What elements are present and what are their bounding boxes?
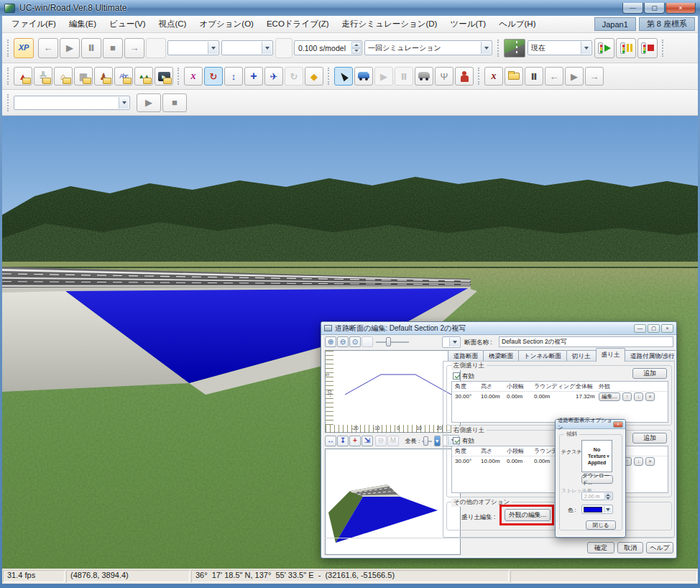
fly-over-button[interactable]: ✈ [264, 67, 283, 86]
menu-file[interactable]: ファイル(F) [5, 17, 63, 32]
vegetation-edit-button[interactable]: ▲▲ [134, 67, 153, 86]
close-options-button[interactable]: 閉じる [586, 520, 616, 530]
scenario-play-button[interactable]: ▶ [565, 67, 584, 86]
traffic-start-button[interactable] [594, 38, 614, 58]
maximize-button[interactable]: ▢ [644, 3, 665, 14]
zoom-fit-button[interactable]: ⊙ [349, 336, 361, 347]
delete-row-button[interactable]: × [645, 457, 655, 466]
rotate-view-button[interactable]: ↻ [204, 67, 223, 86]
minimize-button[interactable]: — [622, 3, 643, 14]
sim-pause-button[interactable]: Ⅱ [395, 67, 413, 86]
move-up-button[interactable]: ↑ [622, 392, 632, 401]
color-combo[interactable] [581, 505, 613, 514]
length-slider[interactable] [422, 436, 431, 446]
coordinates-button[interactable]: x [184, 67, 203, 86]
delete-row-button[interactable]: × [645, 392, 655, 401]
road-view-button[interactable] [504, 39, 525, 58]
left-enabled-checkbox[interactable] [453, 372, 460, 380]
tab-tunnel-section[interactable]: トンネル断面 [518, 350, 567, 362]
intersection-edit-button[interactable]: ╬ [34, 67, 52, 86]
texture-paint-button[interactable]: ◆ [305, 67, 323, 86]
pedestrian-button[interactable] [455, 67, 474, 86]
spinner-arrows-icon[interactable] [351, 42, 361, 54]
center-preview-button[interactable]: + [349, 436, 361, 446]
dialog-maximize-button[interactable]: ▢ [648, 324, 660, 333]
walk-route-button[interactable]: Ψ [435, 67, 453, 86]
character-edit-button[interactable]: ♟ [94, 67, 113, 86]
step-forward-button[interactable]: → [124, 38, 144, 58]
time-of-day-combo[interactable]: 現在 [528, 40, 592, 55]
fit-preview-button[interactable]: ⇲ [361, 436, 373, 446]
stop-button[interactable]: ■ [103, 38, 123, 58]
xp-mode-button[interactable]: XP [14, 38, 34, 58]
cancel-button[interactable]: 取消 [617, 542, 643, 553]
play-button[interactable]: ▶ [60, 38, 80, 58]
tab-bridge-section[interactable]: 橋梁断面 [483, 350, 519, 362]
slider-thumb[interactable] [386, 337, 391, 346]
dialog-minimize-button[interactable]: — [634, 324, 646, 333]
tab-fill[interactable]: 盛り土 [596, 348, 626, 362]
tab-cut[interactable]: 切り土 [566, 350, 597, 362]
close-button[interactable]: × [666, 3, 696, 14]
toolbar-combo-2[interactable] [221, 40, 273, 55]
open-scenario-button[interactable] [505, 67, 523, 86]
section-name-input[interactable] [499, 336, 673, 347]
dialog-close-button[interactable]: × [661, 324, 673, 333]
menu-ecodrive[interactable]: ECOドライブ(Z) [260, 17, 336, 32]
traffic-pause-button[interactable] [616, 38, 636, 58]
terrain-edit-button[interactable]: ▦ [74, 67, 93, 86]
confirm-button[interactable]: 確定 [587, 542, 614, 553]
replay-stop-button[interactable]: ■ [162, 93, 187, 112]
select-cursor-button[interactable] [334, 67, 353, 86]
drop-preview-button[interactable]: ↧ [337, 436, 349, 446]
tab-road-section[interactable]: 道路断面 [448, 350, 484, 362]
preview-zoom-slider[interactable] [376, 336, 409, 347]
traffic-generation-button[interactable] [415, 67, 433, 86]
menu-edit[interactable]: 編集(E) [63, 17, 103, 32]
replay-play-button[interactable]: ▶ [137, 93, 161, 112]
pause-button[interactable]: Ⅱ [81, 38, 101, 58]
zoom-in-button[interactable]: ⊕ [325, 336, 336, 347]
tab-road-accessories[interactable]: 道路付属物/歩行 [625, 350, 676, 362]
traffic-stop-button[interactable] [637, 38, 658, 58]
preview-scale-combo[interactable] [442, 336, 461, 348]
vertical-move-button[interactable]: ↕ [224, 67, 243, 86]
time-step-spinner[interactable]: 0.100 s/model [294, 40, 362, 55]
move-down-button[interactable]: ↓ [634, 392, 643, 401]
text-annotation-button[interactable]: Abc [114, 67, 133, 86]
right-enabled-checkbox[interactable] [453, 437, 460, 444]
help-button[interactable]: ヘルプ [646, 542, 673, 553]
menu-viewpoint[interactable]: 視点(C) [152, 17, 193, 32]
menu-view[interactable]: ビュー(V) [103, 17, 152, 32]
scenario-forward-button[interactable]: → [585, 67, 604, 86]
simulation-mode-combo[interactable]: 一回シミュレーション [364, 40, 492, 55]
drive-simulation-button[interactable] [354, 67, 373, 86]
step-back-button[interactable]: ← [38, 38, 58, 58]
menu-help[interactable]: ヘルプ(H) [492, 17, 542, 32]
add-right-button[interactable]: 追加 [632, 433, 667, 444]
model-placement-button[interactable]: ⌂ [54, 67, 73, 86]
zoom-out-button[interactable]: ⊖ [337, 336, 349, 347]
view-preset-button[interactable]: ▼ [434, 436, 441, 446]
pan-preview-button[interactable]: ↔ [325, 436, 336, 446]
replay-combo[interactable] [14, 96, 130, 110]
scenario-back-button[interactable]: ← [545, 67, 563, 86]
embankment-3d-preview[interactable] [325, 449, 461, 555]
move-down-button[interactable]: ↓ [634, 457, 643, 466]
menu-tools[interactable]: ツール(T) [443, 17, 492, 32]
menu-driving-simulation[interactable]: 走行シミュレーション(D) [336, 17, 444, 32]
pan-view-button[interactable]: + [244, 67, 263, 86]
texture-dropdown[interactable]: No Texture Applied ▼ [581, 440, 612, 472]
scenario-pause-button[interactable]: Ⅱ [525, 67, 543, 86]
options-close-button[interactable]: × [613, 421, 623, 428]
download-button[interactable]: ダウンロード... [581, 475, 613, 484]
cross-section-preview[interactable]: -20-1001020 0-10 [325, 350, 461, 433]
menu-options[interactable]: オプション(O) [193, 17, 259, 32]
sim-play-button[interactable]: ▶ [374, 67, 393, 86]
edit-appearance-button[interactable]: 編集... [599, 392, 620, 401]
toolbar-combo-1[interactable] [167, 40, 219, 55]
add-left-button[interactable]: 追加 [632, 368, 667, 379]
slider-thumb[interactable] [423, 436, 428, 446]
movie-edit-button[interactable]: ▶ [155, 67, 173, 86]
road-edit-button[interactable]: ▲ [14, 67, 32, 86]
